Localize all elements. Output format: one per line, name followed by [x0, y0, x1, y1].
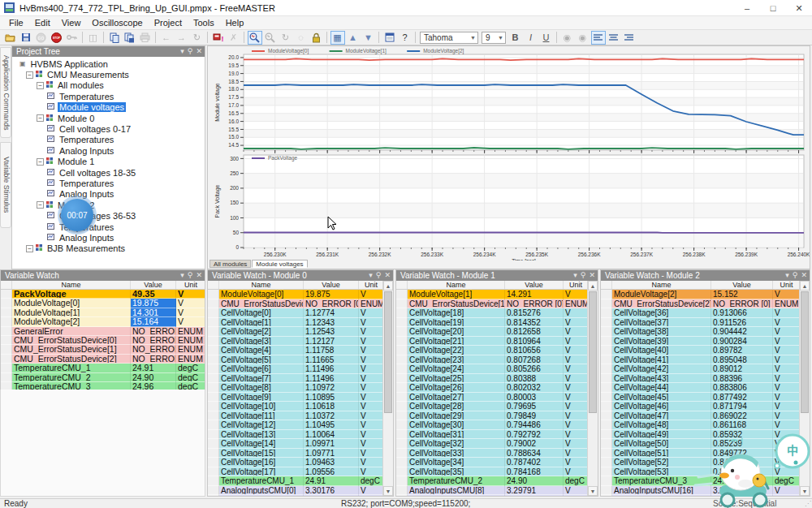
- watch-row-cellvoltage-31-[interactable]: CellVoltage[31]0.792792V: [396, 430, 587, 440]
- variable-name[interactable]: CellVoltage[4]: [219, 346, 304, 355]
- watch-row-modulevoltage-2-[interactable]: ModuleVoltage[2]15.164V: [1, 317, 205, 326]
- variable-value[interactable]: 1.12543: [304, 327, 359, 337]
- tree-expander-icon[interactable]: [15, 60, 17, 67]
- variable-name[interactable]: ModuleVoltage[1]: [408, 290, 505, 299]
- watch-row-cmu-errorstatusdevice-2-[interactable]: CMU_ErrorStatusDevice[2]NO_ERROR [0]ENUM: [601, 299, 799, 309]
- maximize-button[interactable]: □: [760, 0, 786, 16]
- variable-value[interactable]: 1.10972: [304, 383, 359, 393]
- variable-name[interactable]: CellVoltage[42]: [612, 364, 711, 374]
- variable-name[interactable]: TemperatureCMU_2: [12, 373, 131, 382]
- variable-value[interactable]: 19.875: [131, 299, 176, 308]
- move-down-icon[interactable]: ▼: [361, 31, 376, 45]
- variable-name[interactable]: CellVoltage[28]: [408, 402, 505, 411]
- pin-icon[interactable]: ⚲: [793, 270, 798, 281]
- variable-value[interactable]: 1.10064: [304, 430, 359, 440]
- tree-node-label[interactable]: Analog Inputs: [58, 146, 115, 156]
- variable-name[interactable]: CellVoltage[29]: [408, 411, 505, 421]
- watch-row-cellvoltage-45-[interactable]: CellVoltage[45]0.877492V: [601, 393, 799, 403]
- variable-value[interactable]: 1.09971: [304, 439, 359, 449]
- watch-row-cellvoltage-20-[interactable]: CellVoltage[20]0.812658V: [396, 327, 587, 337]
- close-panel-icon[interactable]: ✕: [196, 46, 202, 57]
- open-project-icon[interactable]: [3, 31, 18, 45]
- tree-node-temperatures[interactable]: Temperatures: [14, 135, 205, 145]
- variable-value[interactable]: NO_ERROR: [131, 327, 176, 336]
- variable-name[interactable]: CellVoltage[10]: [219, 402, 304, 411]
- watch-row-cellvoltage-15-[interactable]: CellVoltage[15]1.09771V: [208, 449, 382, 458]
- watch-row-cellvoltage-44-[interactable]: CellVoltage[44]0.883806V: [601, 383, 799, 393]
- scrollbar-thumb[interactable]: [384, 291, 392, 413]
- variable-value[interactable]: 1.12774: [304, 308, 359, 318]
- variable-value[interactable]: 1.10372: [304, 411, 359, 421]
- watch-row-cellvoltage-32-[interactable]: CellVoltage[32]0.79002V: [396, 439, 587, 449]
- recorder-run-icon[interactable]: ↻: [279, 31, 293, 45]
- watch-row-cellvoltage-10-[interactable]: CellVoltage[10]1.10618V: [208, 402, 382, 411]
- align-center-button[interactable]: [607, 31, 621, 45]
- watch-row-cellvoltage-35-[interactable]: CellVoltage[35]0.784168V: [396, 467, 587, 477]
- scope-chart[interactable]: 20.019.519.018.518.017.517.016.516.015.5…: [208, 46, 810, 260]
- watch-row-cmu-errorstatusdevice-1-[interactable]: CMU_ErrorStatusDevice[1]NO_ERRORENUM: [1, 345, 205, 354]
- close-button[interactable]: ✕: [786, 0, 812, 16]
- variable-name[interactable]: CellVoltage[3]: [219, 337, 304, 347]
- variable-value[interactable]: 0.88396: [711, 374, 773, 384]
- variable-value[interactable]: NO_ERROR [0]: [711, 299, 773, 309]
- connection-key-icon[interactable]: [65, 31, 80, 45]
- variable-name[interactable]: CMU_ErrorStatusDevice[1]: [408, 299, 505, 309]
- pin-icon[interactable]: ⚲: [376, 270, 382, 281]
- watch-row-analoginputscmu-9-[interactable]: AnalogInputsCMU[9]3.29791V: [396, 495, 587, 496]
- variable-name[interactable]: GeneralError: [12, 327, 131, 336]
- variable-name[interactable]: CellVoltage[21]: [408, 337, 505, 347]
- column-header-name[interactable]: Name: [219, 281, 304, 289]
- variable-value[interactable]: 0.805266: [505, 364, 564, 374]
- move-up-icon[interactable]: ▲: [346, 31, 361, 45]
- pause-lock-icon[interactable]: [309, 31, 324, 45]
- variable-name[interactable]: CellVoltage[35]: [408, 467, 505, 477]
- recorder-stop-icon[interactable]: ◌: [294, 31, 309, 45]
- item-properties-icon[interactable]: [382, 31, 397, 45]
- variable-name[interactable]: CMU_ErrorStatusDevice[2]: [12, 355, 131, 364]
- watch-row-cellvoltage-29-[interactable]: CellVoltage[29]0.79849V: [396, 411, 587, 421]
- tree-node-label[interactable]: HVBMS Application: [29, 59, 110, 69]
- variable-value[interactable]: 0.814352: [505, 318, 564, 328]
- watch-row-cellvoltage-0-[interactable]: CellVoltage[0]1.12774V: [208, 308, 382, 318]
- variable-value[interactable]: 19.875: [304, 290, 359, 299]
- panel-menu-icon[interactable]: ▾: [180, 270, 184, 281]
- context-help-icon[interactable]: ?: [398, 31, 412, 45]
- tree-node-label[interactable]: BJB Measurements: [45, 243, 127, 253]
- watch-row-cellvoltage-37-[interactable]: CellVoltage[37]0.911526V: [601, 318, 799, 328]
- watch-row-cellvoltage-30-[interactable]: CellVoltage[30]0.794486V: [396, 420, 587, 430]
- watch-row-modulevoltage-1-[interactable]: ModuleVoltage[1]14.291V: [396, 290, 587, 299]
- watch-row-temperaturecmu-1[interactable]: TemperatureCMU_124.91degC: [208, 476, 382, 486]
- tree-node-temperatures[interactable]: Temperatures: [14, 222, 205, 232]
- variable-value[interactable]: 1.10618: [304, 402, 359, 411]
- tree-expander-icon[interactable]: −: [26, 245, 33, 252]
- variable-value[interactable]: 3.30176: [304, 486, 359, 496]
- watch-scrollbar[interactable]: ▲▼: [382, 281, 393, 496]
- watch-row-cellvoltage-1-[interactable]: CellVoltage[1]1.12343V: [208, 318, 382, 328]
- variable-value[interactable]: 0.869022: [711, 411, 773, 421]
- variable-name[interactable]: CellVoltage[6]: [219, 364, 304, 374]
- variable-value[interactable]: 0.815276: [505, 308, 564, 318]
- watch-row-cellvoltage-47-[interactable]: CellVoltage[47]0.869022V: [601, 411, 799, 421]
- variable-value[interactable]: 3.30176: [304, 495, 359, 496]
- variable-value[interactable]: 0.802032: [505, 383, 564, 393]
- watch-row-temperaturecmu-2[interactable]: TemperatureCMU_224.90degC: [1, 373, 205, 382]
- variable-name[interactable]: CellVoltage[19]: [408, 318, 505, 328]
- watch-row-cellvoltage-2-[interactable]: CellVoltage[2]1.12543V: [208, 327, 382, 337]
- variable-name[interactable]: CMU_ErrorStatusDevice[2]: [612, 299, 711, 309]
- variable-name[interactable]: ModuleVoltage[2]: [612, 290, 711, 299]
- tree-expander-icon[interactable]: −: [37, 82, 44, 89]
- variable-value[interactable]: 1.09771: [304, 449, 359, 458]
- variable-name[interactable]: CellVoltage[2]: [219, 327, 304, 337]
- variable-name[interactable]: TemperatureCMU_1: [219, 476, 304, 486]
- variable-value[interactable]: 1.12127: [304, 337, 359, 347]
- watch-row-cellvoltage-8-[interactable]: CellVoltage[8]1.10972V: [208, 383, 382, 393]
- variable-name[interactable]: CellVoltage[24]: [408, 364, 505, 374]
- copy-save-page-icon[interactable]: [123, 31, 137, 45]
- disconnect-icon[interactable]: ✗: [227, 31, 241, 45]
- close-panel-icon[interactable]: ✕: [196, 270, 202, 281]
- nav-forward-icon[interactable]: →: [175, 31, 189, 45]
- watch-row-modulevoltage-0-[interactable]: ModuleVoltage[0]19.875V: [208, 290, 382, 299]
- watch-row-temperaturecmu-1[interactable]: TemperatureCMU_124.91degC: [1, 364, 205, 372]
- watch-row-cellvoltage-26-[interactable]: CellVoltage[26]0.802032V: [396, 383, 587, 393]
- variable-value[interactable]: NO_ERROR [0]: [304, 299, 359, 309]
